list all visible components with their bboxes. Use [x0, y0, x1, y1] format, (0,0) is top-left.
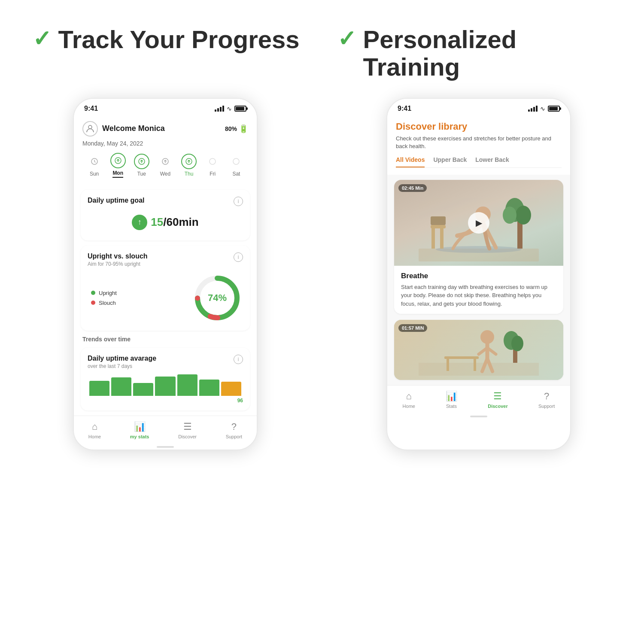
- video2-duration: 01:57 MIN: [398, 324, 427, 332]
- day-thu[interactable]: Thu: [181, 154, 197, 177]
- bar-7: [221, 382, 241, 396]
- svg-rect-22: [419, 363, 539, 376]
- video-thumbnail-2[interactable]: 01:57 MIN: [394, 320, 563, 380]
- day-mon[interactable]: Mon: [110, 153, 126, 178]
- day-sun[interactable]: Sun: [87, 154, 102, 177]
- signal-icon-right: [528, 106, 538, 112]
- tab-upper-back[interactable]: Upper Back: [433, 156, 467, 167]
- bar-5: [177, 374, 197, 396]
- home-icon-right: ⌂: [406, 391, 412, 402]
- home-icon: ⌂: [92, 421, 97, 432]
- right-heading: ✓ Personalized Training: [337, 26, 612, 81]
- svg-rect-25: [447, 359, 449, 371]
- phone1-bottom-nav: ⌂ Home 📊 my stats ☰ Discover ? Support: [74, 416, 257, 443]
- battery-icon-right: [548, 106, 560, 112]
- legend-upright: Upright: [91, 290, 117, 296]
- discover-icon-right: ☰: [493, 391, 502, 402]
- sun-label: Sun: [90, 171, 99, 177]
- welcome-text: Welcome Monica: [102, 124, 165, 133]
- bar-6: [199, 380, 219, 396]
- donut-chart: 74%: [191, 272, 243, 324]
- left-heading-text: Track Your Progress: [58, 26, 300, 53]
- donut-center-value: 74%: [208, 292, 227, 304]
- mon-label: Mon: [112, 170, 123, 178]
- day-wed[interactable]: Wed: [158, 154, 173, 177]
- scroll-indicator-right: [470, 416, 487, 417]
- day-sat[interactable]: Sat: [228, 154, 244, 177]
- status-icons-right: ∿: [528, 105, 560, 112]
- video1-desc: Start each training day with breathing e…: [401, 283, 556, 308]
- daily-goal-info-icon[interactable]: i: [234, 197, 243, 206]
- phone-discover-frame: 9:41 ∿ Discover library Check out these …: [386, 98, 571, 450]
- phone1-header: Welcome Monica 80% 🔋 Monday, May 24, 202…: [74, 116, 257, 185]
- wifi-icon: ∿: [227, 105, 232, 112]
- left-heading: ✓ Track Your Progress: [33, 26, 307, 81]
- day-selector: Sun Mon Tue: [82, 153, 248, 178]
- svg-point-16: [516, 206, 531, 225]
- slouch-subtitle: Aim for 70-95% upright: [88, 261, 148, 267]
- scroll-indicator-left: [157, 446, 174, 448]
- nav-support-left[interactable]: ? Support: [226, 421, 243, 439]
- video-thumbnail-breathe[interactable]: 02:45 Min ▶: [394, 180, 563, 266]
- phone-discover: 9:41 ∿ Discover library Check out these …: [342, 98, 616, 450]
- uptime-arrow-icon: ↑: [132, 215, 147, 230]
- avg-info-icon[interactable]: i: [234, 355, 243, 364]
- daily-avg-card: Daily uptime avarage over the last 7 day…: [81, 348, 250, 410]
- video1-info: Breathe Start each training day with bre…: [394, 266, 563, 314]
- mon-circle: [110, 153, 126, 168]
- svg-rect-26: [474, 359, 476, 371]
- status-icons-left: ∿: [215, 105, 246, 112]
- battery-icon: [234, 106, 246, 112]
- nav-support-label: Support: [226, 434, 243, 439]
- nav-home-left[interactable]: ⌂ Home: [88, 421, 101, 439]
- wed-label: Wed: [160, 171, 170, 177]
- time-right: 9:41: [398, 105, 411, 112]
- stats-icon-right: 📊: [446, 391, 457, 402]
- discover-title: Discover library: [396, 121, 562, 132]
- play-button-1[interactable]: ▶: [468, 212, 489, 234]
- support-icon: ?: [231, 421, 237, 432]
- uptime-numbers: 15/60min: [151, 216, 198, 229]
- time-left: 9:41: [84, 105, 98, 112]
- date-display: Monday, May 24, 2022: [82, 140, 248, 147]
- nav-stats-right[interactable]: 📊 Stats: [446, 391, 457, 409]
- nav-home-label-right: Home: [403, 404, 415, 409]
- slouch-info-icon[interactable]: i: [234, 252, 243, 262]
- tab-all-videos[interactable]: All Videos: [396, 156, 425, 167]
- user-info: Welcome Monica: [82, 121, 165, 137]
- svg-point-0: [88, 125, 92, 129]
- right-heading-text: Personalized Training: [363, 26, 612, 81]
- nav-stats-label-right: Stats: [446, 404, 457, 409]
- daily-goal-title: Daily uptime goal: [88, 197, 144, 204]
- nav-discover-label-right: Discover: [488, 404, 507, 409]
- nav-support-label-right: Support: [538, 404, 555, 409]
- svg-rect-19: [440, 227, 444, 249]
- day-fri[interactable]: Fri: [205, 154, 220, 177]
- nav-home-right[interactable]: ⌂ Home: [403, 391, 415, 409]
- phone1-body: Daily uptime goal i ↑ 15/60min Uprigh: [74, 185, 257, 416]
- status-bar-right: 9:41 ∿: [387, 99, 570, 116]
- thu-circle: [181, 154, 197, 169]
- wed-circle: [158, 154, 173, 169]
- tab-lower-back[interactable]: Lower Back: [475, 156, 509, 167]
- svg-point-23: [480, 330, 494, 344]
- phone2-bottom-nav: ⌂ Home 📊 Stats ☰ Discover ? Support: [387, 385, 570, 412]
- phone-stats-frame: 9:41 ∿: [73, 98, 258, 450]
- support-icon-right: ?: [544, 391, 549, 402]
- bar-1: [89, 381, 109, 396]
- svg-rect-21: [431, 216, 446, 225]
- slouch-title: Upright vs. slouch: [88, 252, 148, 260]
- video-tabs: All Videos Upper Back Lower Back: [396, 156, 562, 168]
- avg-subtitle: over the last 7 days: [88, 363, 156, 369]
- nav-discover-left[interactable]: ☰ Discover: [178, 421, 197, 439]
- slouch-card: Upright vs. slouch Aim for 70-95% uprigh…: [81, 246, 250, 331]
- tue-circle: [134, 154, 149, 169]
- nav-support-right[interactable]: ? Support: [538, 391, 555, 409]
- video1-duration: 02:45 Min: [398, 184, 427, 192]
- bar-2: [111, 377, 131, 396]
- day-tue[interactable]: Tue: [134, 154, 149, 177]
- nav-stats-left[interactable]: 📊 my stats: [130, 421, 149, 439]
- video1-title: Breathe: [401, 272, 556, 280]
- nav-discover-right[interactable]: ☰ Discover: [488, 391, 507, 409]
- svg-point-29: [511, 336, 523, 351]
